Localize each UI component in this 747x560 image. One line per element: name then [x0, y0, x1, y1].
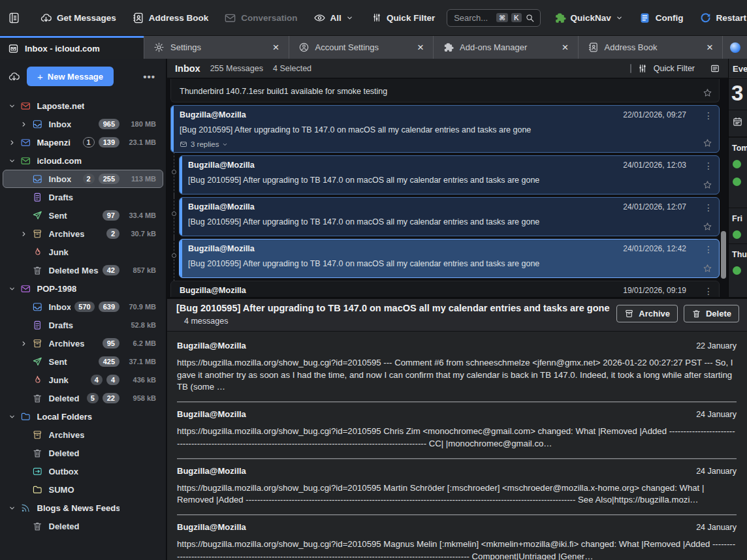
today-pane-header[interactable]: Eve — [729, 59, 747, 79]
folder-name: Drafts — [49, 193, 74, 202]
star-icon[interactable] — [702, 263, 713, 274]
folder-item-archives[interactable]: Archives956.2 MB — [3, 334, 163, 352]
folder-item-deleted[interactable]: Deleted522958 kB — [3, 389, 163, 407]
get-messages-button[interactable]: Get Messages — [40, 12, 116, 24]
folder-item-laposte-net[interactable]: Laposte.net — [3, 97, 163, 115]
close-icon[interactable]: × — [273, 42, 279, 53]
chevron-right-icon[interactable] — [20, 340, 32, 347]
message-list-card[interactable]: Bugzilla@Mozilla24/01/2026, 12:42⋮[Bug 2… — [179, 239, 720, 278]
folder-item-icloud-com[interactable]: icloud.com — [3, 151, 163, 170]
folder-size: 958 kB — [123, 394, 156, 402]
folder-item-blogs-news-feeds[interactable]: Blogs & News Feeds — [3, 499, 163, 517]
close-icon[interactable]: × — [707, 42, 713, 53]
search-box[interactable]: ⌘ K — [447, 9, 540, 27]
message-summary[interactable]: Bugzilla@Mozilla22 Januaryhttps://bugzil… — [177, 341, 737, 403]
folder-item-pop-1998[interactable]: POP-1998 — [3, 279, 163, 298]
tab-title: Add-ons Manager — [460, 42, 527, 52]
folder-item-sumo[interactable]: SUMO — [3, 480, 163, 499]
tab-settings[interactable]: Settings × — [144, 36, 289, 59]
folder-icon — [32, 484, 43, 495]
display-options-icon[interactable] — [710, 63, 720, 74]
chevron-down-icon[interactable] — [8, 505, 20, 512]
folder-item-deleted[interactable]: Deleted — [3, 444, 163, 462]
eye-icon — [313, 12, 326, 24]
chevron-down-icon[interactable] — [8, 102, 20, 110]
quicknav-dropdown[interactable]: QuickNav — [554, 12, 623, 24]
folder-item-archives[interactable]: Archives230.7 kB — [3, 225, 163, 243]
close-icon[interactable]: × — [562, 42, 569, 53]
kebab-menu-icon[interactable]: ⋮ — [704, 245, 713, 254]
message-list-card[interactable]: Bugzilla@Mozilla19/01/2026, 09:19⋮[Bug 1… — [170, 281, 720, 297]
message-list-card[interactable]: Thunderbird 140.7.1esr build1 available … — [170, 79, 720, 102]
cloud-download-icon[interactable] — [8, 70, 20, 83]
folder-size: 180 MB — [123, 120, 156, 128]
quick-filter-label[interactable]: Quick Filter — [654, 64, 695, 73]
agenda-event[interactable] — [729, 262, 747, 279]
message-summary[interactable]: Bugzilla@Mozilla24 Januaryhttps://bugzil… — [177, 409, 737, 459]
folder-item-mapenzi[interactable]: Mapenzi113923.1 MB — [3, 133, 163, 151]
config-button[interactable]: Config — [639, 12, 684, 24]
globe-favicon — [730, 42, 740, 53]
folder-item-junk[interactable]: Junk44436 kB — [3, 371, 163, 389]
view-filter-dropdown[interactable]: All — [313, 12, 353, 24]
star-icon[interactable] — [702, 87, 713, 99]
message-list-card[interactable]: Bugzilla@Mozilla24/01/2026, 12:07⋮[Bug 2… — [179, 197, 720, 236]
agenda-event[interactable] — [729, 155, 747, 173]
header-separator — [630, 64, 631, 73]
delete-button[interactable]: Delete — [684, 305, 739, 322]
close-icon[interactable]: × — [417, 42, 424, 53]
folder-item-outbox[interactable]: Outbox — [3, 462, 163, 480]
message-summary[interactable]: Bugzilla@Mozilla24 Januaryhttps://bugzil… — [177, 466, 737, 516]
scrollbar-thumb[interactable] — [721, 231, 726, 279]
folder-name: Local Folders — [37, 412, 93, 422]
folder-item-inbox[interactable]: Inbox2255113 MB — [3, 170, 163, 188]
message-list-card[interactable]: Bugzilla@Mozilla22/01/2026, 09:27⋮[Bug 2… — [170, 105, 720, 153]
tab-address-book[interactable]: Address Book × — [578, 36, 723, 59]
chevron-right-icon[interactable] — [20, 121, 32, 128]
folder-item-drafts[interactable]: Drafts52.8 kB — [3, 316, 163, 334]
message-summary[interactable]: Bugzilla@Mozilla24 Januaryhttps://bugzil… — [177, 522, 737, 560]
message-list-card[interactable]: Bugzilla@Mozilla24/01/2026, 12:03⋮[Bug 2… — [179, 155, 720, 194]
calendar-icon[interactable] — [729, 110, 747, 137]
kebab-menu-icon[interactable]: ⋮ — [704, 287, 713, 296]
tab-inbox-icloud[interactable]: Inbox - icloud.com — [0, 36, 144, 59]
folder-item-local-folders[interactable]: Local Folders — [3, 407, 163, 426]
kebab-menu-icon[interactable]: ⋮ — [704, 161, 713, 170]
chevron-down-icon[interactable] — [8, 157, 20, 164]
star-icon[interactable] — [702, 138, 713, 149]
tab-addons-manager[interactable]: Add-ons Manager × — [433, 36, 578, 59]
chevron-down-icon[interactable] — [8, 285, 20, 292]
spaces-toolbar-button[interactable] — [8, 12, 20, 24]
kebab-menu-icon[interactable]: ⋮ — [704, 203, 713, 212]
address-book-icon — [588, 42, 599, 53]
trash-icon — [32, 393, 43, 404]
folder-item-sent[interactable]: Sent42537.1 MB — [3, 352, 163, 371]
address-book-button[interactable]: Address Book — [132, 12, 209, 24]
star-icon[interactable] — [702, 179, 713, 191]
folder-item-drafts[interactable]: Drafts — [3, 188, 163, 206]
folder-item-inbox[interactable]: Inbox965180 MB — [3, 115, 163, 133]
agenda-event[interactable] — [729, 173, 747, 191]
chevron-down-icon[interactable] — [8, 413, 20, 420]
folder-item-deleted[interactable]: Deleted — [3, 517, 163, 535]
folder-item-sent[interactable]: Sent9733.4 MB — [3, 206, 163, 225]
new-message-button[interactable]: +New Message — [27, 67, 114, 86]
folder-pane-options-icon[interactable]: ••• — [143, 71, 159, 82]
quick-filter-toggle[interactable]: Quick Filter — [372, 12, 435, 23]
thread-replies-toggle[interactable]: 3 replies — [180, 140, 695, 148]
search-input[interactable] — [453, 12, 493, 23]
restart-button[interactable]: Restart — [699, 12, 747, 24]
folder-item-inbox[interactable]: Inbox57063970.9 MB — [3, 298, 163, 316]
agenda-event[interactable] — [729, 226, 747, 243]
star-icon[interactable] — [702, 221, 713, 232]
tab-favicon-button[interactable] — [722, 36, 747, 59]
folder-item-archives[interactable]: Archives — [3, 426, 163, 444]
tab-account-settings[interactable]: Account Settings × — [289, 36, 434, 59]
chevron-right-icon[interactable] — [8, 139, 20, 146]
kebab-menu-icon[interactable]: ⋮ — [704, 111, 713, 120]
archive-button[interactable]: Archive — [616, 305, 678, 322]
message-subject: [Bug 2010595] After upgrading to TB 147.… — [180, 125, 695, 134]
folder-item-deleted-messages[interactable]: Deleted Messages42857 kB — [3, 261, 163, 279]
chevron-right-icon[interactable] — [20, 230, 32, 238]
folder-item-junk[interactable]: Junk — [3, 243, 163, 261]
